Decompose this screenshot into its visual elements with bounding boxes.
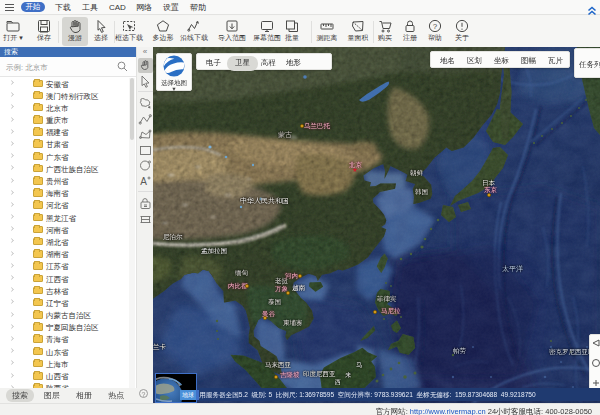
svg-text:A: A: [140, 176, 147, 187]
svg-text:?: ?: [433, 22, 438, 31]
